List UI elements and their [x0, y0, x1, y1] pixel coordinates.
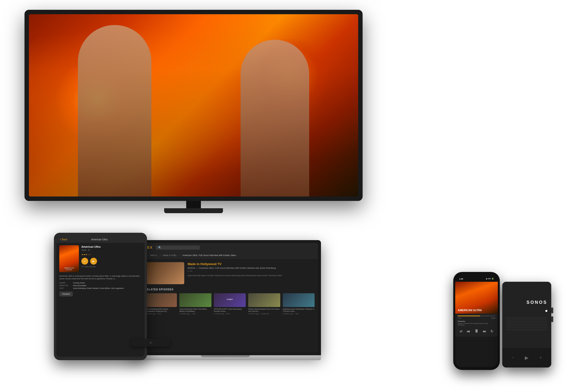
ipad-movie-poster: AMERICANULTRA — [59, 245, 79, 272]
plex-breadcrumb-current: 'American Ultra': Full Uncut Interview w… — [182, 254, 238, 256]
iphone-prev-button[interactable]: ⏮ — [467, 329, 470, 333]
plex-related-meta-1: 2 months ago — Brill — [145, 313, 177, 314]
list-item: Kristen Stewart Breaks Down Her Career, … — [248, 293, 280, 314]
plex-topbar: ☰ PLEX 🔍 — [133, 243, 318, 252]
tv — [24, 10, 362, 211]
plex-related-meta-5: 5 months ago — Brill — [283, 313, 314, 314]
iphone-shuffle-button[interactable]: ⇄ — [460, 329, 462, 333]
ipad-movie-section: AMERICANULTRA American Ultra 2015 · R ★★… — [56, 243, 144, 275]
ipad-movie-title: American Ultra — [81, 245, 142, 248]
ipad-genre-row: GENRE Comedy, Action — [59, 282, 142, 284]
sonos-body: SONOS − ▶ + — [502, 282, 551, 368]
sonos-status-light — [545, 310, 547, 312]
sonos-play-button[interactable]: ▶ — [525, 355, 528, 361]
plex-app: ☰ PLEX 🔍 ⌂ > Web S... > Made in Holly. — [133, 243, 318, 352]
plex-related-meta-4: 4 months ago — Vanity Fair — [248, 313, 280, 314]
ipad-action-buttons: ✓ ▶ — [81, 258, 142, 264]
ipad-director-row: DIRECTOR Nima Nourizadeh — [59, 285, 142, 286]
plex-related-title-3: SPOILER ALERT: Jesse Eisenberg's Favorit… — [214, 308, 246, 312]
ipad-cast-row: CAST Jesse Eisenberg, Kristen Stewart, C… — [59, 288, 142, 289]
laptop-base — [130, 355, 321, 360]
tv-stand-base — [164, 208, 223, 213]
iphone-time-elapsed: 7:47 — [458, 317, 461, 319]
sonos-controls: − ▶ + — [502, 348, 551, 368]
iphone-player-times: 7:47 10:00 — [458, 317, 496, 319]
ipad-description: American Ultra is a fast-paced action co… — [56, 275, 144, 282]
list-item: Analyzing Jesse Eisenberg's Character in… — [283, 293, 314, 314]
sonos-side-button-2[interactable] — [551, 316, 553, 322]
plex-video-info: Made in Hollywood TV 8/20/15 — 'American… — [188, 262, 314, 284]
ipad-screen-title: American Ultra — [91, 238, 107, 241]
sonos-side-buttons — [551, 308, 553, 322]
plex-video-thumbnail[interactable] — [145, 262, 184, 284]
plex-episode-description: Kylie Erica Mar talks to Kristen Stewart… — [188, 274, 314, 277]
ipad-header: < Back American Ultra — [56, 236, 144, 243]
ipad-duration: ① 1 hour 35 min — [81, 266, 142, 268]
iphone-time: 1:08 — [459, 278, 463, 280]
plex-episode-title: 8/20/15 — 'American Ultra': Full Uncut I… — [188, 267, 314, 269]
twilight-label: twilight — [214, 293, 246, 300]
sonos-top: SONOS — [502, 282, 551, 348]
sonos-logo: SONOS — [506, 300, 547, 305]
iphone-poster-area: AMERICAN ULTRA — [455, 282, 498, 314]
scene: < Back American Ultra AMERICANULTRA Amer… — [0, 0, 588, 392]
iphone-track-title: Fireworks — [458, 320, 496, 322]
plex-episode-duration: 3 min — [188, 270, 314, 272]
sonos-volume-down-button[interactable]: − — [512, 356, 514, 360]
ipad-cast-value: Jesse Eisenberg, Kristen Stewart, Connie… — [73, 288, 142, 289]
plex-content: Made in Hollywood TV 8/20/15 — 'American… — [142, 259, 318, 352]
plex-breadcrumb-made-in-holly[interactable]: Made in Holly... — [163, 254, 178, 256]
plex-main: ⌂ 🎬 📺 ♪ 🖼 🎤 ▶ — [133, 259, 318, 352]
laptop-screen-housing: ☰ PLEX 🔍 ⌂ > Web S... > Made in Holly. — [130, 240, 321, 355]
plex-related-meta-2: 2 months ago — Brill — [179, 313, 211, 314]
iphone-play-button[interactable]: ⏸ — [474, 328, 479, 334]
ipad-watchlist-button[interactable]: ✓ — [81, 258, 88, 264]
iphone-track-subtitle: Create - American Ultra Original Motion … — [458, 323, 496, 326]
ipad-movie-meta: 2015 · R — [81, 249, 142, 251]
iphone: 1:08 ▶ WiFi 🔋 AMERICAN ULTRA — [453, 272, 500, 370]
plex-breadcrumb-web[interactable]: Web S... — [150, 254, 158, 256]
laptop: ☰ PLEX 🔍 ⌂ > Web S... > Made in Holly. — [130, 240, 321, 368]
list-item: Jesse Eisenberg Didn't Expect "Zombielan… — [145, 293, 177, 314]
plex-search-bar[interactable]: 🔍 — [156, 246, 200, 250]
sonos-speaker: SONOS − ▶ + — [502, 282, 551, 368]
iphone-progress-bar[interactable] — [458, 316, 496, 316]
ipad-cast-label: CAST — [59, 288, 72, 289]
iphone-repeat-button[interactable]: ↻ — [490, 329, 494, 333]
iphone-status-icons: ▶ WiFi 🔋 — [486, 278, 494, 280]
ipad-related-button[interactable]: Related — [59, 292, 73, 296]
plex-related-thumb-1[interactable] — [145, 293, 177, 307]
list-item: twilight SPOILER ALERT: Jesse Eisenberg'… — [214, 293, 246, 314]
laptop-screen: ☰ PLEX 🔍 ⌂ > Web S... > Made in Holly. — [133, 243, 318, 352]
tv-stand-neck — [186, 201, 201, 208]
sonos-volume-up-button[interactable]: + — [540, 356, 542, 360]
list-item: Jesse Eisenberg Thinks The Writers Behin… — [179, 293, 211, 314]
sonos-side-button-1[interactable] — [551, 308, 553, 313]
iphone-movie-title: AMERICAN ULTRA — [458, 309, 496, 312]
apple-tv-box — [131, 339, 170, 347]
ipad-play-button[interactable]: ▶ — [90, 258, 97, 264]
plex-related-thumb-2[interactable] — [179, 293, 211, 307]
plex-related-grid: Jesse Eisenberg Didn't Expect "Zombielan… — [145, 293, 314, 314]
plex-related-thumb-5[interactable] — [283, 293, 314, 307]
ipad-director-value: Nima Nourizadeh — [73, 285, 142, 286]
iphone-next-button[interactable]: ⏭ — [483, 329, 486, 333]
ipad-director-label: DIRECTOR — [59, 285, 72, 286]
ipad-back-button[interactable]: < Back — [60, 238, 68, 241]
plex-related-thumb-3[interactable]: twilight — [214, 293, 246, 307]
tv-screen — [29, 14, 358, 196]
iphone-controls: ⇄ ⏮ ⏸ ⏭ ↻ — [458, 328, 496, 335]
plex-search-icon: 🔍 — [158, 246, 161, 249]
plex-related-thumb-4[interactable] — [248, 293, 280, 307]
ipad-rating-stars: ★★★☆☆ — [81, 253, 142, 256]
ipad-meta-grid: GENRE Comedy, Action DIRECTOR Nima Nouri… — [56, 282, 144, 289]
plex-related-meta-3: 2 months ago — Brill — [214, 313, 246, 314]
plex-related-title-5: Analyzing Jesse Eisenberg's Character in… — [283, 308, 314, 312]
plex-breadcrumb: ⌂ > Web S... > Made in Holly... > 'Ameri… — [133, 252, 318, 259]
plex-related-label: RELATED EPISODES — [145, 288, 314, 291]
laptop-base-notch — [201, 355, 250, 357]
iphone-screen: 1:08 ▶ WiFi 🔋 AMERICAN ULTRA — [455, 275, 498, 367]
iphone-time-total: 10:00 — [491, 317, 496, 319]
ipad-genre-value: Comedy, Action — [73, 282, 142, 284]
ipad-movie-info: American Ultra 2015 · R ★★★☆☆ ✓ ▶ ① 1 ho… — [81, 245, 142, 272]
